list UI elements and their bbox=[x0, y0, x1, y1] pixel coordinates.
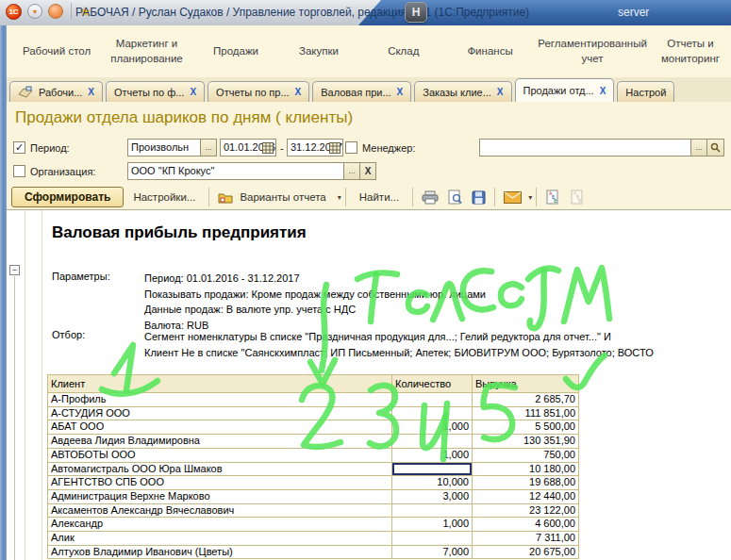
period-preset-combo[interactable]: Произвольн bbox=[127, 139, 201, 156]
window-left-border bbox=[0, 25, 7, 560]
printer-icon bbox=[422, 190, 439, 205]
values-abc-disabled-button: А Б В bbox=[570, 189, 585, 205]
send-mail-button[interactable] bbox=[504, 191, 522, 204]
report-variants-label[interactable]: Варианты отчета bbox=[240, 191, 325, 203]
folder-icon bbox=[218, 191, 233, 204]
report-variants-button[interactable] bbox=[218, 191, 233, 204]
header-revenue[interactable]: Выручка bbox=[473, 375, 579, 393]
date-to-field[interactable]: 31.12.2017 bbox=[287, 139, 343, 156]
tab-label: Валовая при... bbox=[321, 87, 390, 98]
manager-search-button[interactable] bbox=[706, 139, 724, 156]
tab-sales-dept-active[interactable]: Продажи отд... X bbox=[515, 78, 615, 102]
print-button[interactable] bbox=[422, 190, 439, 205]
params-label: Параметры: bbox=[52, 271, 110, 282]
close-icon[interactable]: X bbox=[295, 87, 302, 97]
record-button[interactable] bbox=[48, 4, 63, 19]
gutter-line bbox=[42, 210, 42, 560]
values-abc-button[interactable]: А Б В bbox=[545, 189, 560, 205]
section-desktop[interactable]: Рабочий стол bbox=[16, 44, 97, 59]
save-icon bbox=[472, 190, 486, 205]
find-button[interactable]: Найти... bbox=[359, 191, 399, 203]
chevron-down-icon[interactable]: ▾ bbox=[528, 193, 532, 202]
params-lines: Период: 01.01.2016 - 31.12.2017 Показыва… bbox=[144, 271, 486, 333]
table-row: А-СТУДИЯ ООО111 851,00 bbox=[48, 406, 579, 420]
close-icon[interactable]: X bbox=[190, 87, 196, 97]
chevron-down-icon[interactable]: ▾ bbox=[338, 193, 341, 202]
tab-label: Отчеты по ф... bbox=[114, 87, 184, 98]
page-title: Продажи отдела шариков по дням ( клиенты… bbox=[15, 108, 353, 127]
date-from-field[interactable]: 01.01.2016 bbox=[220, 139, 276, 156]
toolbar-separator bbox=[208, 188, 209, 206]
table-row: Алик7 311,00 bbox=[48, 532, 579, 546]
close-icon[interactable]: X bbox=[600, 86, 606, 96]
manager-checkbox[interactable] bbox=[345, 141, 357, 154]
calendar-icon[interactable] bbox=[329, 142, 341, 154]
period-label: Период: bbox=[30, 142, 70, 154]
period-checkbox[interactable]: ✓ bbox=[13, 141, 25, 154]
abc-document-icon: А Б В bbox=[570, 189, 585, 205]
manager-field[interactable] bbox=[479, 139, 691, 156]
save-button[interactable] bbox=[472, 190, 486, 205]
manager-label: Менеджер: bbox=[362, 142, 415, 154]
table-row: Автомагистраль ООО Юра Шмаков10 180,00 bbox=[48, 462, 579, 476]
header-qty[interactable]: Количество bbox=[392, 375, 473, 393]
section-purchases[interactable]: Закупки bbox=[275, 44, 362, 59]
organization-label: Организация: bbox=[30, 166, 95, 177]
tab-label: Рабочи... bbox=[39, 87, 82, 98]
tab-reports-f[interactable]: Отчеты по ф... X bbox=[106, 81, 205, 102]
organization-ellipsis-button[interactable]: ... bbox=[343, 162, 360, 180]
titlebar-separator bbox=[71, 3, 72, 20]
toolbar-separator bbox=[412, 188, 413, 206]
close-icon[interactable]: X bbox=[88, 87, 94, 97]
date-range-dash: - bbox=[280, 142, 284, 154]
section-regulated-accounting[interactable]: Регламентированный учет bbox=[535, 37, 650, 66]
titlebar: 1С ▼ ★ РАБОЧАЯ / Руслан Судаков / Управл… bbox=[0, 0, 731, 25]
tab-label: Отчеты по пр... bbox=[216, 87, 289, 98]
generate-button[interactable]: Сформировать bbox=[11, 187, 124, 207]
tab-reports-pr[interactable]: Отчеты по пр... X bbox=[208, 81, 309, 102]
window-title: РАБОЧАЯ / Руслан Судаков / Управление то… bbox=[75, 6, 529, 19]
menu-dropdown-button[interactable]: ▼ bbox=[27, 4, 42, 19]
abc-document-icon: А Б В bbox=[545, 189, 560, 205]
tab-customer-orders[interactable]: Заказы клие... X bbox=[414, 81, 511, 102]
tab-label: Продажи отд... bbox=[523, 85, 594, 96]
table-row: Администрация Верхне Марково3,00012 440,… bbox=[48, 489, 579, 503]
tab-label: Заказы клие... bbox=[423, 87, 491, 98]
close-icon[interactable]: X bbox=[497, 87, 504, 97]
section-reports-monitoring[interactable]: Отчеты и мониторинг bbox=[650, 37, 731, 66]
desktop-icon bbox=[18, 86, 33, 98]
period-preset-ellipsis-button[interactable]: ... bbox=[200, 139, 217, 156]
table-header-row: Клиент Количество Выручка bbox=[48, 375, 579, 393]
header-client[interactable]: Клиент bbox=[48, 375, 392, 393]
tab-gross-profit[interactable]: Валовая при... X bbox=[312, 81, 411, 102]
section-marketing[interactable]: Маркетинг и планирование bbox=[97, 37, 196, 66]
selection-lines: Сегмент номенклатуры В списке "Праздничн… bbox=[144, 329, 654, 360]
tab-settings[interactable]: Настрой bbox=[617, 81, 674, 102]
calendar-icon[interactable] bbox=[262, 142, 274, 154]
search-icon bbox=[710, 142, 721, 153]
report-toolbar: Сформировать Настройки... Варианты отчет… bbox=[11, 185, 590, 209]
settings-button[interactable]: Настройки... bbox=[133, 191, 195, 203]
group-line bbox=[14, 276, 15, 560]
section-sales[interactable]: Продажи bbox=[196, 44, 275, 59]
preview-button[interactable] bbox=[448, 189, 462, 205]
table-row: Аксаментов Александр Вячеславович23 122,… bbox=[48, 503, 579, 518]
collapse-group-button[interactable]: − bbox=[9, 265, 20, 275]
organization-clear-button[interactable]: X bbox=[359, 162, 376, 180]
table-row: Авдеева Лидия Владимировна130 351,90 bbox=[48, 435, 579, 449]
report-table: Клиент Количество Выручка А-Профиль2 685… bbox=[47, 374, 579, 559]
table-row: АГЕНТСТВО СПБ ООО10,00019 688,00 bbox=[48, 476, 579, 490]
organization-field[interactable]: ООО "КП Крокус" bbox=[127, 162, 344, 180]
toolbar-separator bbox=[494, 188, 495, 206]
overlay-badge: H bbox=[405, 2, 427, 23]
tab-desktop[interactable]: Рабочи... X bbox=[9, 81, 103, 102]
section-finance[interactable]: Финансы bbox=[445, 44, 535, 59]
app-window: 1С ▼ ★ РАБОЧАЯ / Руслан Судаков / Управл… bbox=[0, 0, 731, 560]
tab-bar: Рабочи... X Отчеты по ф... X Отчеты по п… bbox=[7, 77, 731, 102]
close-icon[interactable]: X bbox=[397, 87, 404, 97]
manager-ellipsis-button[interactable]: ... bbox=[690, 139, 707, 156]
section-warehouse[interactable]: Склад bbox=[362, 44, 445, 59]
organization-checkbox[interactable] bbox=[13, 165, 25, 177]
table-row: АВТОБОТЫ ООО1,000750,00 bbox=[48, 448, 579, 462]
selected-cell[interactable] bbox=[392, 462, 473, 476]
